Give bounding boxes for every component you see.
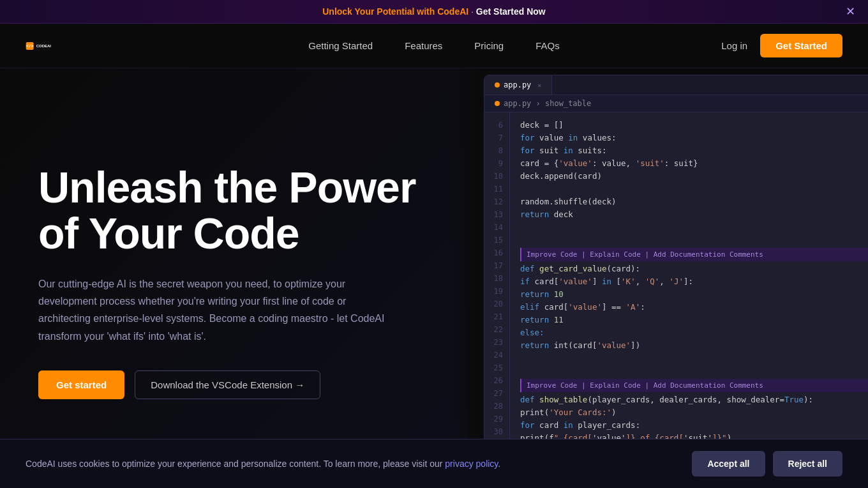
hero-description: Our cutting-edge AI is the secret weapon… — [38, 275, 396, 345]
top-banner: Unlock Your Potential with CodeAI · Get … — [0, 0, 868, 24]
line-num: 24 — [484, 349, 509, 362]
accept-all-button[interactable]: Accept all — [692, 451, 765, 477]
code-line: random.shuffle(deck) — [520, 195, 868, 208]
logo-icon: </> CODEAI — [26, 33, 51, 59]
code-line: for suit in suits: — [520, 144, 868, 157]
code-line: def show_table(player_cards, dealer_card… — [520, 393, 868, 406]
line-num: 23 — [484, 336, 509, 349]
code-line — [520, 352, 868, 365]
code-line: card = {'value': value, 'suit': suit} — [520, 157, 868, 170]
cookie-banner: CodeAI uses cookies to optimize your exp… — [0, 439, 868, 488]
ai-suggestion-2[interactable]: Improve Code | Explain Code | Add Docume… — [520, 379, 868, 392]
cookie-text: CodeAI uses cookies to optimize your exp… — [26, 459, 673, 469]
line-num: 25 — [484, 362, 509, 374]
cookie-privacy-link[interactable]: privacy policy — [445, 459, 498, 469]
nav-login-link[interactable]: Log in — [721, 40, 747, 51]
code-line — [520, 183, 868, 195]
line-num: 19 — [484, 285, 509, 298]
cookie-text-before: CodeAI uses cookies to optimize your exp… — [26, 459, 445, 469]
code-line: for card in player_cards: — [520, 419, 868, 432]
line-num: 20 — [484, 298, 509, 310]
breadcrumb-dot-icon — [495, 101, 500, 106]
code-line: print('Your Cards:') — [520, 406, 868, 419]
code-line: return 11 — [520, 314, 868, 326]
nav-link-getting-started[interactable]: Getting Started — [308, 40, 373, 51]
line-num: 12 — [484, 195, 509, 208]
code-line: return deck — [520, 208, 868, 221]
svg-text:</>: </> — [26, 43, 34, 49]
banner-cta[interactable]: Get Started Now — [476, 6, 546, 17]
line-num: 17 — [484, 259, 509, 272]
code-line: return int(card['value']) — [520, 339, 868, 352]
line-num: 27 — [484, 387, 509, 400]
navbar: </> CODEAI Getting Started Features Pric… — [0, 24, 868, 68]
code-content: deck = [] for value in values: for suit … — [510, 112, 868, 483]
code-line: if card['value'] in ['K', 'Q', 'J']: — [520, 275, 868, 288]
banner-separator: · — [471, 6, 476, 17]
code-line: deck.append(card) — [520, 170, 868, 183]
line-num: 14 — [484, 221, 509, 234]
nav-links: Getting Started Features Pricing FAQs — [308, 40, 559, 51]
code-line: else: — [520, 326, 868, 339]
line-num: 28 — [484, 400, 509, 413]
line-numbers: 6 7 8 9 10 11 12 13 14 15 16 17 18 19 20… — [484, 112, 510, 483]
code-line: elif card['value'] == 'A': — [520, 301, 868, 314]
hero-title-line1: Unleash the Power — [38, 163, 415, 211]
banner-close-button[interactable]: ✕ — [846, 4, 855, 19]
line-num: 13 — [484, 208, 509, 221]
hero-left: Unleash the Power of Your Code Our cutti… — [0, 68, 477, 483]
line-num: 15 — [484, 234, 509, 247]
line-num: 29 — [484, 413, 509, 425]
editor-tab-app-py[interactable]: app.py ✕ — [484, 75, 552, 95]
hero-title: Unleash the Power of Your Code — [38, 165, 439, 256]
code-line: deck = [] — [520, 119, 868, 132]
line-num: 8 — [484, 144, 509, 157]
get-started-button[interactable]: Get started — [38, 370, 124, 399]
tab-label: app.py — [504, 80, 531, 89]
code-line — [520, 234, 868, 247]
line-num: 7 — [484, 132, 509, 144]
code-editor: app.py ✕ app.py › show_table 6 7 8 9 10 … — [484, 75, 868, 483]
editor-body: 6 7 8 9 10 11 12 13 14 15 16 17 18 19 20… — [484, 112, 868, 483]
tab-close-icon[interactable]: ✕ — [537, 82, 541, 89]
nav-actions: Log in Get Started — [721, 34, 842, 57]
line-num: 9 — [484, 157, 509, 170]
code-line: return 10 — [520, 288, 868, 301]
nav-link-pricing[interactable]: Pricing — [474, 40, 504, 51]
code-line: for value in values: — [520, 132, 868, 144]
editor-breadcrumb: app.py › show_table — [484, 95, 868, 112]
editor-tabs: app.py ✕ — [484, 75, 868, 95]
cookie-buttons: Accept all Reject all — [692, 451, 842, 477]
line-num: 10 — [484, 170, 509, 183]
banner-link[interactable]: Unlock Your Potential with CodeAI — [322, 6, 468, 17]
hero-buttons: Get started Download the VSCode Extensio… — [38, 370, 439, 399]
hero-right: app.py ✕ app.py › show_table 6 7 8 9 10 … — [477, 68, 868, 483]
svg-text:CODEAI: CODEAI — [36, 44, 51, 48]
ai-suggestion-1[interactable]: Improve Code | Explain Code | Add Docume… — [520, 248, 868, 261]
line-num: 6 — [484, 119, 509, 132]
nav-get-started-button[interactable]: Get Started — [760, 34, 842, 57]
line-num: 16 — [484, 247, 509, 259]
hero-title-line2: of Your Code — [38, 209, 299, 257]
nav-link-features[interactable]: Features — [405, 40, 442, 51]
code-line — [520, 221, 868, 234]
cookie-text-end: . — [498, 459, 500, 469]
line-num: 18 — [484, 272, 509, 285]
main-content: Unleash the Power of Your Code Our cutti… — [0, 68, 868, 483]
line-num: 26 — [484, 374, 509, 387]
line-num: 11 — [484, 183, 509, 195]
line-num: 22 — [484, 323, 509, 336]
breadcrumb-text: app.py › show_table — [504, 99, 591, 108]
code-line — [520, 365, 868, 377]
banner-text: Unlock Your Potential with CodeAI · Get … — [322, 6, 546, 17]
logo[interactable]: </> CODEAI — [26, 33, 51, 59]
line-num: 21 — [484, 310, 509, 323]
tab-dot-icon — [495, 82, 500, 88]
code-line: def get_card_value(card): — [520, 263, 868, 275]
line-num: 30 — [484, 425, 509, 438]
download-extension-button[interactable]: Download the VSCode Extension → — [135, 370, 320, 399]
nav-link-faqs[interactable]: FAQs — [535, 40, 560, 51]
reject-all-button[interactable]: Reject all — [773, 451, 842, 477]
